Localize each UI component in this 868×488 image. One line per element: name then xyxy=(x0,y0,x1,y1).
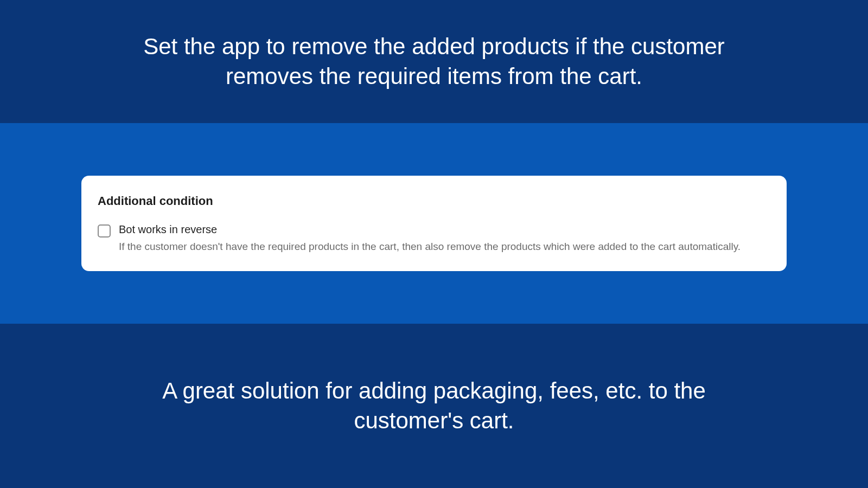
bottom-banner-text: A great solution for adding packaging, f… xyxy=(136,376,732,435)
top-banner-text: Set the app to remove the added products… xyxy=(136,32,732,91)
top-banner: Set the app to remove the added products… xyxy=(0,0,868,123)
checkbox-label: Bot works in reverse xyxy=(119,223,770,236)
settings-card: Additional condition Bot works in revers… xyxy=(81,176,787,271)
checkbox-description: If the customer doesn't have the require… xyxy=(119,239,770,255)
middle-section: Additional condition Bot works in revers… xyxy=(0,123,868,324)
bottom-banner: A great solution for adding packaging, f… xyxy=(0,324,868,488)
card-title: Additional condition xyxy=(98,194,770,208)
checkbox-row: Bot works in reverse If the customer doe… xyxy=(98,223,770,255)
checkbox-content: Bot works in reverse If the customer doe… xyxy=(119,223,770,255)
reverse-checkbox[interactable] xyxy=(98,224,111,237)
